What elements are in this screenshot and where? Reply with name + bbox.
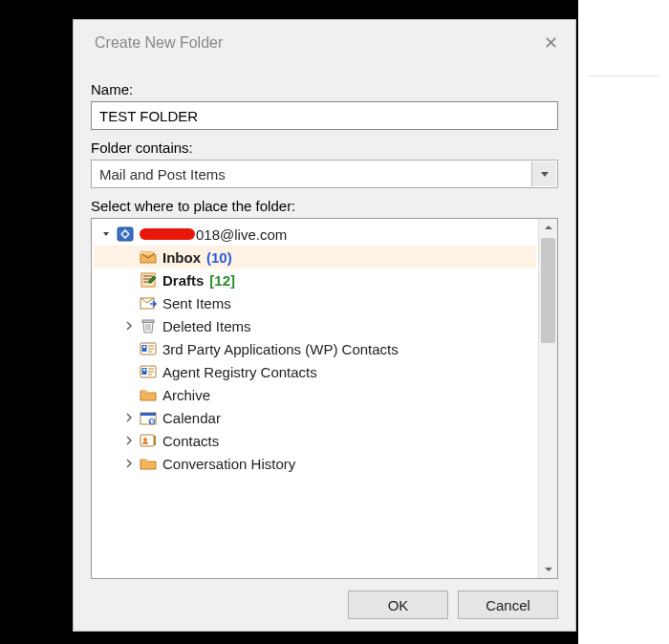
contact-card-icon (140, 341, 157, 356)
contacts-icon (140, 433, 157, 448)
dropdown-button[interactable] (531, 161, 556, 186)
titlebar: Create New Folder ✕ (74, 20, 575, 66)
scroll-down-button[interactable] (539, 561, 557, 578)
svg-point-15 (143, 438, 147, 441)
unread-count: [12] (209, 272, 235, 289)
folder-tree-box: 018@live.com Inbox (10) Drafts [12] Sent… (91, 218, 558, 579)
tree-row[interactable]: Sent Items (94, 291, 536, 314)
svg-rect-14 (140, 435, 154, 446)
tree-row[interactable]: Deleted Items (94, 314, 536, 337)
account-icon (117, 226, 134, 242)
folder-icon (140, 387, 157, 402)
placement-label: Select where to place the folder: (91, 198, 558, 214)
tree-item-label: Calendar (162, 410, 221, 426)
name-input[interactable] (91, 101, 558, 130)
name-label: Name: (91, 81, 558, 97)
tree-row[interactable]: Archive (94, 383, 536, 406)
folder-tree[interactable]: 018@live.com Inbox (10) Drafts [12] Sent… (92, 219, 538, 578)
tree-item-label: Conversation History (162, 456, 295, 472)
expand-toggle[interactable] (122, 459, 136, 468)
redacted-text (140, 228, 195, 240)
tree-row[interactable]: Calendar (94, 406, 536, 429)
ok-button[interactable]: OK (348, 590, 448, 619)
tree-row[interactable]: Inbox (10) (94, 246, 536, 268)
tree-row[interactable]: Conversation History (94, 452, 536, 475)
inbox-icon (140, 249, 157, 265)
tree-item-label: 3rd Party Applications (WP) Contacts (162, 341, 399, 357)
deleted-icon (140, 318, 157, 333)
dialog-title: Create New Folder (95, 34, 223, 52)
svg-point-7 (143, 346, 146, 349)
contains-label: Folder contains: (91, 140, 558, 156)
expand-toggle[interactable] (122, 436, 136, 445)
tree-item-label: Inbox (162, 249, 201, 266)
cancel-button[interactable]: Cancel (458, 590, 558, 619)
chevron-down-icon (545, 568, 552, 571)
expand-toggle[interactable] (122, 413, 136, 422)
svg-point-10 (143, 369, 146, 372)
tree-item-label: Deleted Items (162, 318, 251, 334)
calendar-icon (140, 410, 157, 425)
tree-item-label: Archive (162, 387, 210, 403)
contact-card-icon (140, 364, 157, 379)
chevron-down-icon (541, 172, 549, 177)
svg-rect-16 (154, 436, 156, 445)
scroll-thumb[interactable] (541, 238, 555, 343)
dialog-buttons: OK Cancel (91, 589, 558, 619)
svg-rect-12 (140, 413, 156, 416)
tree-row[interactable]: Contacts (94, 429, 536, 452)
expand-toggle[interactable] (99, 229, 113, 239)
sent-icon (140, 295, 157, 311)
tree-row[interactable]: 3rd Party Applications (WP) Contacts (94, 337, 536, 360)
svg-rect-4 (142, 320, 154, 323)
account-suffix: 018@live.com (196, 226, 287, 243)
chevron-up-icon (545, 225, 552, 229)
scroll-up-button[interactable] (539, 219, 557, 236)
scrollbar[interactable] (538, 219, 557, 578)
drafts-icon (140, 272, 157, 288)
tree-row[interactable]: Drafts [12] (94, 268, 536, 291)
close-icon[interactable]: ✕ (544, 32, 558, 54)
folder-icon (140, 456, 157, 471)
tree-item-label: Drafts (162, 272, 204, 289)
contains-value: Mail and Post Items (99, 166, 226, 182)
tree-item-label: Agent Registry Contacts (162, 364, 317, 380)
unread-count: (10) (206, 249, 232, 266)
tree-item-label: Contacts (162, 433, 219, 449)
tree-row[interactable]: Agent Registry Contacts (94, 360, 536, 383)
expand-toggle[interactable] (122, 321, 136, 331)
tree-row-account[interactable]: 018@live.com (94, 223, 536, 246)
tree-item-label: Sent Items (162, 295, 231, 311)
create-folder-dialog: Create New Folder ✕ Name: Folder contain… (73, 19, 576, 632)
contains-select[interactable]: Mail and Post Items (91, 160, 558, 188)
